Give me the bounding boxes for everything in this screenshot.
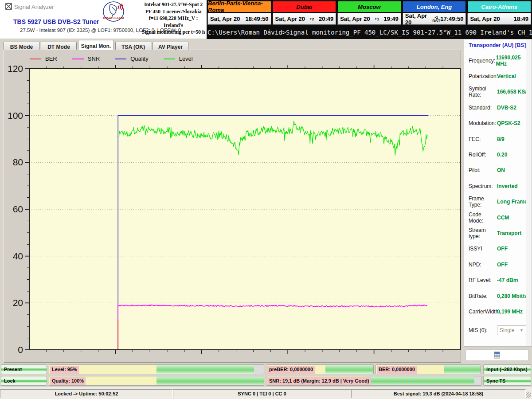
transponder-value: Inverted: [497, 183, 518, 189]
signal-chart-panel: BERSNRQualityLevel 020406080100120: [4, 50, 461, 363]
svg-text:100: 100: [8, 110, 23, 121]
transponder-row: Polarization:Vertical: [469, 68, 532, 84]
transponder-row: Symbol Rate:166,658 KS/s: [469, 84, 532, 100]
window-header: Signal Analyzer TBS 5927 USB DVB-S2 Tune…: [0, 0, 207, 39]
transponder-row: CarrierWidth:0,199 MHz: [469, 304, 532, 319]
meter-label: BER: 0,0000000: [377, 366, 417, 374]
svg-text:0: 0: [18, 344, 23, 355]
clock-time: 18:49: [514, 16, 528, 22]
transponder-row: RF Level:-47 dBm: [469, 272, 532, 288]
transponder-label: FEC:: [469, 136, 497, 142]
tuner-title: TBS 5927 USB DVB-S2 Tuner: [13, 18, 99, 25]
clock-dubai: DubaiSat, Apr 20+220:49: [273, 1, 336, 26]
resize-grip[interactable]: [526, 392, 531, 398]
transponder-label: ISSYI: [469, 246, 497, 252]
meter-label: Input (~282 Kbps): [485, 366, 529, 374]
transponder-value: OFF: [497, 262, 508, 268]
meter-quality: Quality: 100%: [49, 376, 264, 386]
clock-date: Sat, Apr 20: [405, 12, 433, 26]
transponder-value: 0.20: [497, 152, 507, 158]
status-sync: SYNC 0 | TEI 0 | CC 0: [173, 389, 351, 398]
meter-present: Present: [1, 364, 47, 374]
clock-city-label: Berlin-Paris-Vienna-Roma: [207, 1, 271, 12]
clock-city-label: Cairo-Athens: [467, 1, 531, 12]
transponder-value: Vertical: [497, 73, 516, 79]
meter-zone-green: [156, 376, 264, 385]
meter-label: Present: [2, 366, 23, 374]
clock-moscow: MoscowSat, Apr 20+119:49: [337, 1, 401, 26]
transponder-label: Stream type:: [469, 227, 497, 239]
world-clocks: Berlin-Paris-Vienna-RomaSat, Apr 2018:49…: [207, 1, 531, 26]
transponder-row: Spectrum:Inverted: [469, 178, 532, 194]
clock-time-cell: Sat, Apr 2018:49:50: [207, 13, 271, 25]
transponder-sidebar: Transponder (AU) [BS] Frequency:11690,02…: [464, 39, 532, 347]
calculator-icon: [493, 351, 501, 359]
clock-cairo-athens: Cairo-AthensSat, Apr 2018:49: [467, 1, 531, 26]
meter-zone-green: [444, 365, 481, 374]
meter-lock: Lock: [1, 376, 47, 386]
clock-date: Sat, Apr 20: [340, 16, 370, 22]
meter-label: Sync TS: [485, 377, 507, 385]
meter-preber: preBER: 0,0000000: [266, 364, 374, 374]
clock-time-cell: Sat, Apr 20+220:49: [273, 13, 336, 25]
chevron-down-icon: ▼: [520, 328, 524, 332]
transponder-label: Polarization:: [469, 73, 497, 79]
clock-berlin-paris-vienna-roma: Berlin-Paris-Vienna-RomaSat, Apr 2018:49…: [207, 1, 271, 26]
note-line: PF 450_Lucenec/Slovakia: [140, 8, 207, 16]
transponder-label: NPD:: [469, 262, 497, 268]
transponder-value: CCM: [497, 215, 509, 221]
clock-time-cell: Sat, Apr 20-1DST17:49:50: [403, 13, 466, 25]
svg-text:60: 60: [13, 204, 23, 214]
transponder-value: 0,199 MHz: [497, 309, 523, 315]
transponder-label: Symbol Rate:: [469, 86, 497, 98]
meter-label: Level: 95%: [50, 366, 79, 374]
transponder-label: BitRate:: [469, 293, 497, 299]
transponder-row: Frequency:11690,025 MHz: [469, 53, 532, 68]
terminal-line[interactable]: C:\Users\Roman Dávid>Signal monitoring_P…: [207, 27, 531, 38]
meter-snr: SNR: 19,1 dB (Margin: 12,9 dB | Very Goo…: [266, 376, 481, 386]
status-uptime: Locked -> Uptime: 50:02:52: [0, 389, 173, 398]
dxsatcs-logo: DXSATCS.COM: [99, 1, 128, 22]
transponder-row: NPD:OFF: [469, 257, 532, 272]
mis-dropdown[interactable]: Single▼: [497, 325, 526, 335]
clock-date: Sat, Apr 20: [275, 16, 305, 22]
mis-value: Single: [500, 327, 514, 333]
sidebar-scrollbar[interactable]: [526, 39, 532, 346]
signal-chart: 020406080100120: [4, 50, 462, 363]
meter-input-282-kbps-: Input (~282 Kbps): [483, 364, 531, 374]
meter-sync-ts: Sync TS: [483, 376, 531, 386]
transponder-label: Standard:: [469, 105, 497, 111]
window-title: Signal Analyzer: [14, 4, 54, 10]
meter-label: Quality: 100%: [50, 377, 86, 385]
transponder-label: Frame Type:: [469, 196, 497, 208]
transponder-label: Pilot:: [469, 167, 497, 173]
transponder-value: DVB-S2: [497, 105, 516, 111]
calculator-button[interactable]: [466, 349, 528, 361]
transponder-row: BitRate:0,280 Mbit/s: [469, 288, 532, 304]
clock-city-label: Moscow: [337, 1, 401, 12]
meter-zone-green: [325, 365, 373, 374]
sidebar-title: Transponder (AU) [BS]: [464, 39, 532, 48]
transponder-label: Frequency:: [469, 58, 496, 64]
terminal-text: C:\Users\Roman Dávid>Signal monitoring_P…: [207, 29, 532, 36]
svg-text:40: 40: [13, 251, 23, 261]
transponder-value: -47 dBm: [497, 277, 518, 283]
clock-city-label: Dubai: [273, 1, 336, 12]
transponder-row: FEC:8/9: [469, 131, 532, 147]
transponder-row: Pilot:ON: [469, 163, 532, 178]
transponder-value: 8/9: [497, 136, 505, 142]
monitoring-note: Intelsat 901-27.5°W-Spot 2 PF 450_Lucene…: [140, 1, 207, 36]
transponder-label: Modulation:: [469, 120, 497, 126]
note-line: Signal monitoring per t=50 h: [140, 29, 207, 36]
app-icon: [5, 3, 12, 10]
transponder-value: Long Frame: [497, 199, 528, 205]
clock-utc-offset: -1DST: [432, 16, 440, 23]
status-best-signal: Best signal: 19,3 dB (2024-04-18 18:58): [351, 389, 526, 398]
meter-zone-green: [365, 376, 475, 385]
transponder-value: 0,280 Mbit/s: [497, 293, 527, 299]
clock-utc-offset: +1: [375, 17, 379, 21]
mis-label: MIS (0):: [469, 327, 497, 333]
transponder-value: Transport: [497, 230, 521, 236]
clock-date: Sat, Apr 20: [470, 16, 500, 22]
meter-ber: BER: 0,0000000: [376, 364, 481, 374]
